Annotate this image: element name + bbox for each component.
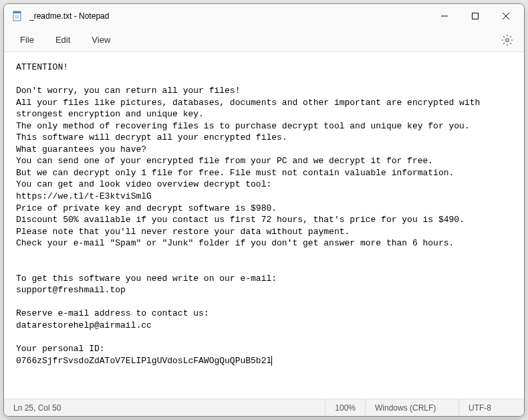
window-controls — [429, 5, 521, 27]
menu-view[interactable]: View — [84, 31, 118, 49]
notepad-icon — [12, 11, 23, 21]
text-caret — [271, 356, 272, 366]
minimize-button[interactable] — [429, 5, 460, 27]
text-editor[interactable]: ATTENTION! Don't worry, you can return a… — [4, 52, 524, 399]
status-line-ending: Windows (CRLF) — [365, 399, 458, 416]
settings-button[interactable] — [499, 31, 516, 49]
status-zoom[interactable]: 100% — [325, 399, 365, 416]
titlebar[interactable]: _readme.txt - Notepad — [4, 4, 524, 28]
maximize-button[interactable] — [460, 5, 491, 27]
menu-edit[interactable]: Edit — [47, 31, 78, 49]
status-encoding: UTF-8 — [458, 399, 519, 416]
svg-rect-6 — [473, 13, 479, 19]
menubar: File Edit View — [4, 28, 524, 52]
notepad-window: _readme.txt - Notepad File Edit View ATT… — [3, 3, 525, 417]
menu-file[interactable]: File — [12, 31, 42, 49]
svg-point-9 — [506, 38, 509, 41]
window-title: _readme.txt - Notepad — [29, 11, 109, 21]
close-button[interactable] — [491, 5, 521, 27]
statusbar: Ln 25, Col 50 100% Windows (CRLF) UTF-8 — [4, 399, 524, 416]
svg-rect-1 — [13, 11, 21, 13]
document-body: ATTENTION! Don't worry, you can return a… — [16, 62, 485, 366]
status-position: Ln 25, Col 50 — [9, 399, 70, 416]
